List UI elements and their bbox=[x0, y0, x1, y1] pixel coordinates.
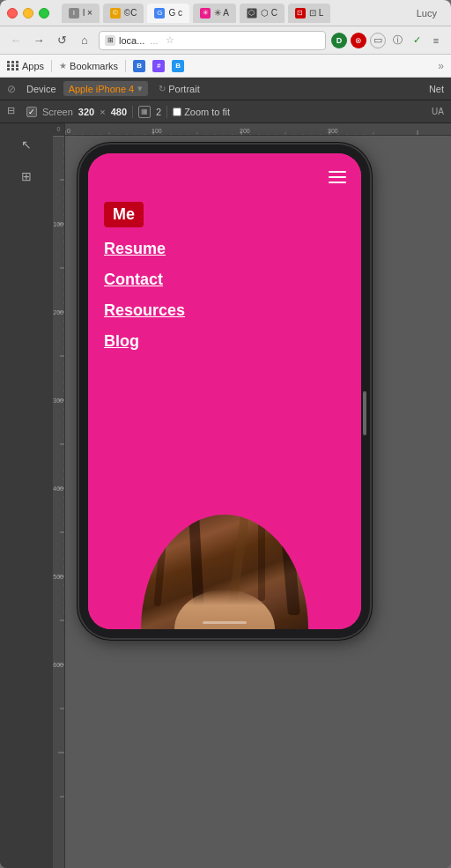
tab-c[interactable]: © ©C bbox=[103, 4, 144, 23]
svg-text:0: 0 bbox=[67, 128, 70, 134]
address-bar[interactable]: ⊞ loca... ... ☆ bbox=[99, 31, 326, 50]
person-photo bbox=[141, 515, 308, 629]
titlebar: l l × © ©C G G c ✳ ✳ A ⬡ ⬡ C ⊡ ⊡ L bbox=[0, 0, 451, 26]
bm-item-hash[interactable]: # bbox=[152, 60, 165, 72]
home-button[interactable]: ⌂ bbox=[76, 32, 93, 49]
back-button[interactable]: ← bbox=[7, 32, 25, 49]
person-hair-bg bbox=[141, 515, 308, 629]
bookmarks-label: Bookmarks bbox=[70, 61, 118, 71]
device-dropdown-icon: ▾ bbox=[137, 83, 143, 94]
hamburger-menu-button[interactable] bbox=[326, 166, 349, 189]
bm-favicon-b2: B bbox=[172, 60, 184, 72]
tab-l2[interactable]: ⊡ ⊡ L bbox=[288, 4, 330, 23]
hair-strand-5 bbox=[278, 515, 299, 615]
tab-g[interactable]: G G c bbox=[147, 4, 189, 23]
address-secure-icon: ⊞ bbox=[105, 35, 115, 46]
adjust-icon[interactable]: ⊟ bbox=[7, 105, 21, 119]
screen-label: Screen bbox=[42, 107, 73, 117]
maximize-button[interactable] bbox=[39, 8, 49, 19]
dimension-x: × bbox=[100, 107, 105, 117]
nav-item-blog[interactable]: Blog bbox=[104, 332, 139, 350]
tab-hex-icon: ⬡ bbox=[247, 8, 257, 19]
tab-c-label: ©C bbox=[124, 8, 137, 18]
screen-width: 320 bbox=[78, 107, 94, 117]
device-name: Apple iPhone 4 bbox=[69, 84, 135, 94]
nav-item-resources[interactable]: Resources bbox=[104, 301, 185, 319]
bookmarks-separator-2 bbox=[125, 60, 126, 72]
bookmarks-more-button[interactable]: » bbox=[438, 60, 444, 72]
hamburger-line-2 bbox=[329, 176, 346, 178]
apps-label: Apps bbox=[22, 61, 44, 71]
svg-text:100: 100 bbox=[53, 221, 63, 227]
nav-item-resume[interactable]: Resume bbox=[104, 240, 166, 257]
ruler-v-svg: 100 200 300 400 500 600 bbox=[53, 136, 65, 868]
zoom-container: Zoom to fit bbox=[173, 107, 230, 117]
navigation-toolbar: ← → ↺ ⌂ ⊞ loca... ... ☆ D ⊗ ▭ ⓘ ✓ ≡ bbox=[0, 26, 451, 55]
bookmarks-apps[interactable]: Apps bbox=[7, 61, 44, 71]
pointer-tool[interactable]: ↖ bbox=[12, 130, 41, 159]
tab-hex[interactable]: ⬡ ⬡ C bbox=[240, 4, 285, 23]
left-tools-panel: ↖ ⊞ bbox=[0, 123, 53, 868]
forward-button[interactable]: → bbox=[30, 32, 48, 49]
ext-block-icon[interactable]: ⊗ bbox=[351, 33, 366, 48]
nav-item-contact-container: Contact bbox=[104, 271, 185, 289]
tab-l2-label: ⊡ L bbox=[309, 8, 323, 18]
adjust-tool[interactable]: ⊞ bbox=[12, 162, 41, 190]
device-frame-container: Me Resume Contact Resources bbox=[79, 145, 370, 638]
titlebar-right: Lucy bbox=[417, 8, 444, 19]
nav-item-resources-container: Resources bbox=[104, 301, 185, 320]
ext-check-icon[interactable]: ✓ bbox=[409, 33, 425, 48]
svg-text:100: 100 bbox=[152, 128, 162, 134]
nav-item-me[interactable]: Me bbox=[104, 202, 144, 227]
screenshot-icon[interactable]: ▦ bbox=[138, 106, 151, 118]
tab-g-label: G c bbox=[168, 8, 182, 18]
svg-text:200: 200 bbox=[53, 309, 63, 315]
screen-height: 480 bbox=[111, 107, 127, 117]
device-toolbar: ⊘ Device Apple iPhone 4 ▾ ↻ Portrait Net bbox=[0, 78, 451, 100]
device-selector[interactable]: Apple iPhone 4 ▾ bbox=[63, 81, 149, 96]
orientation-button[interactable]: ↻ Portrait bbox=[159, 84, 199, 94]
reload-button[interactable]: ↺ bbox=[53, 32, 70, 49]
close-button[interactable] bbox=[7, 8, 18, 19]
screen-checkbox[interactable]: ✓ bbox=[26, 107, 37, 117]
bookmark-star-icon[interactable]: ☆ bbox=[166, 34, 174, 46]
tab-star-label: ✳ A bbox=[214, 8, 229, 18]
svg-text:600: 600 bbox=[53, 662, 63, 668]
responsive-icon: ⊘ bbox=[7, 83, 16, 95]
tab-l-label: l × bbox=[83, 8, 92, 18]
phone-outer-frame: Me Resume Contact Resources bbox=[79, 145, 370, 638]
svg-text:200: 200 bbox=[240, 128, 250, 134]
minimize-button[interactable] bbox=[23, 8, 33, 19]
zoom-label: Zoom to fit bbox=[184, 107, 230, 117]
nav-menu: Me Resume Contact Resources bbox=[104, 202, 185, 363]
svg-text:300: 300 bbox=[328, 128, 338, 134]
ruler-zero-corner: 0 bbox=[53, 123, 65, 136]
main-viewport: Me Resume Contact Resources bbox=[65, 136, 451, 868]
bm-item-b[interactable]: B bbox=[133, 60, 145, 72]
zoom-checkbox[interactable] bbox=[173, 108, 181, 116]
ext-info-icon[interactable]: ⓘ bbox=[389, 33, 405, 48]
hair-strand-1 bbox=[153, 515, 168, 606]
orientation-label: Portrait bbox=[168, 84, 199, 94]
svg-text:300: 300 bbox=[53, 397, 63, 404]
nav-item-contact[interactable]: Contact bbox=[104, 271, 163, 288]
bm-item-b2[interactable]: B bbox=[172, 60, 184, 72]
tab-l2-icon: ⊡ bbox=[295, 8, 306, 19]
browser-window: l l × © ©C G G c ✳ ✳ A ⬡ ⬡ C ⊡ ⊡ L bbox=[0, 0, 451, 868]
address-text: loca... bbox=[119, 35, 144, 46]
ext-d-icon[interactable]: D bbox=[331, 33, 347, 48]
net-label: Net bbox=[429, 84, 444, 94]
ext-monitor-icon[interactable]: ▭ bbox=[370, 33, 386, 48]
ext-menu-icon[interactable]: ≡ bbox=[428, 33, 444, 48]
device-scrollbar[interactable] bbox=[363, 391, 366, 435]
tab-bar: l l × © ©C G G c ✳ ✳ A ⬡ ⬡ C ⊡ ⊡ L bbox=[62, 4, 444, 23]
user-name: Lucy bbox=[417, 8, 437, 19]
bm-favicon-hash: # bbox=[152, 60, 165, 72]
tab-l-icon: l bbox=[69, 8, 79, 19]
tab-star[interactable]: ✳ ✳ A bbox=[193, 4, 236, 23]
dim-separator-2 bbox=[166, 106, 167, 118]
tab-l[interactable]: l l × bbox=[62, 4, 100, 23]
bookmarks-separator bbox=[51, 60, 52, 72]
dim-separator bbox=[132, 106, 133, 118]
bookmarks-link[interactable]: ★ Bookmarks bbox=[59, 61, 118, 71]
